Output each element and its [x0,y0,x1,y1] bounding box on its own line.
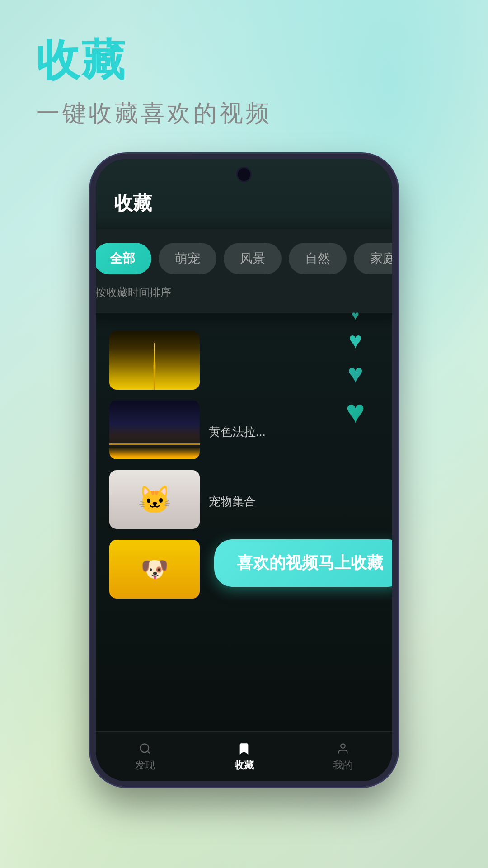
nav-label-favorites: 收藏 [234,759,254,772]
tab-family[interactable]: 家庭 [354,243,392,274]
svg-point-1 [341,744,345,748]
list-item[interactable]: 🐱 宠物集合 [109,470,379,529]
discover-icon [138,741,152,756]
header-section: 收藏 一键收藏喜欢的视频 [36,36,452,129]
main-title: 收藏 [36,36,452,84]
heart-icon-1: ♥ [352,308,359,323]
category-panel: 全部 萌宠 风景 自然 家庭 按收藏时间排序 [96,229,392,313]
yellow-thumb-image: 🐶 [109,540,200,599]
video-thumbnail-3: 🐱 [109,470,200,529]
heart-icon-4: ♥ [346,393,365,430]
video-thumbnail-1 [109,331,200,390]
phone-outer: 收藏 全部 萌宠 风景 自然 家庭 按收藏时间排序 [90,154,398,787]
camera-notch [238,168,250,181]
nav-item-profile[interactable]: 我的 [333,741,353,772]
favorites-icon [237,741,251,756]
list-item[interactable]: 黄色法拉... [109,401,379,459]
tooltip-text: 喜欢的视频马上收藏 [237,553,383,572]
sort-label: 按收藏时间排序 [96,285,392,300]
hearts-container: ♥ ♥ ♥ ♥ [346,308,365,430]
tab-pets[interactable]: 萌宠 [159,243,216,274]
tab-scenery[interactable]: 风景 [224,243,282,274]
heart-icon-3: ♥ [347,358,363,388]
nav-item-favorites[interactable]: 收藏 [234,741,254,772]
phone-screen: 收藏 全部 萌宠 风景 自然 家庭 按收藏时间排序 [96,159,392,781]
city-thumb-image [109,401,200,459]
tooltip-bubble: 喜欢的视频马上收藏 [214,539,392,587]
bottom-nav: 发现 收藏 [96,731,392,781]
cat-thumb-image: 🐱 [109,470,200,529]
svg-point-0 [141,744,149,752]
video-info-3: 宠物集合 [209,490,379,509]
heart-icon-2: ♥ [349,327,362,354]
tab-nature[interactable]: 自然 [289,243,347,274]
video-thumbnail-4: 🐶 [109,540,200,599]
phone-mockup: 收藏 全部 萌宠 风景 自然 家庭 按收藏时间排序 [90,154,398,787]
profile-icon [336,741,350,756]
nav-label-profile: 我的 [333,759,353,772]
tab-all[interactable]: 全部 [96,243,151,274]
video-thumbnail-2 [109,401,200,459]
app-header-title: 收藏 [114,191,374,216]
eiffel-thumb-image [109,331,200,390]
subtitle: 一键收藏喜欢的视频 [36,98,452,129]
nav-label-discover: 发现 [135,759,155,772]
nav-item-discover[interactable]: 发现 [135,741,155,772]
tabs-row: 全部 萌宠 风景 自然 家庭 [96,243,392,274]
video-title-3: 宠物集合 [209,494,379,509]
list-item[interactable] [109,331,379,390]
